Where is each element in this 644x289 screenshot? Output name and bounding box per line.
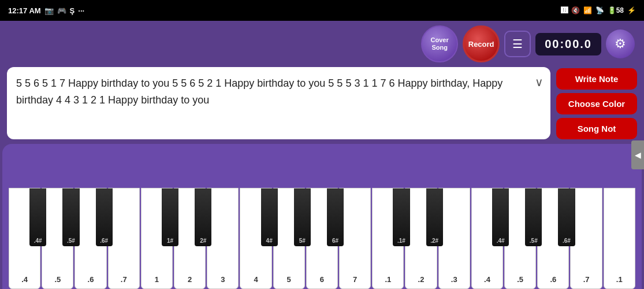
white-key-label: 2 bbox=[188, 275, 192, 284]
side-arrow-button[interactable]: ◀ bbox=[631, 140, 644, 169]
black-key-.5#[interactable]: .5# bbox=[62, 188, 79, 246]
list-button[interactable]: ☰ bbox=[504, 31, 531, 57]
white-key-5[interactable]: 5 5# bbox=[273, 188, 305, 289]
record-button[interactable]: Record bbox=[463, 25, 500, 62]
white-key-label: .4 bbox=[21, 275, 28, 284]
keys-container: .4 .4# .5 .5# .6 .6# .7 1 bbox=[8, 150, 636, 289]
n-icon: 🅽 bbox=[561, 6, 568, 14]
white-key-label: .1 bbox=[616, 275, 623, 284]
white-key-label: .5 bbox=[517, 275, 523, 284]
black-key-2#[interactable]: 2# bbox=[195, 188, 211, 246]
white-key-.4[interactable]: .4 .4# bbox=[9, 188, 40, 289]
black-key-.5b#[interactable]: .5# bbox=[525, 188, 542, 246]
white-key-label: .7 bbox=[121, 275, 127, 284]
black-key-.4b#[interactable]: .4# bbox=[492, 188, 509, 246]
white-key-label: 5 bbox=[287, 275, 291, 284]
cover-song-button[interactable]: Cover Song bbox=[421, 25, 458, 62]
chevron-down-button[interactable]: ∨ bbox=[535, 73, 544, 91]
piano-keyboard: .4 .4# .5 .5# .6 .6# .7 1 bbox=[2, 144, 642, 289]
black-key-.1#[interactable]: .1# bbox=[393, 188, 410, 246]
black-key-6#[interactable]: 6# bbox=[327, 188, 344, 246]
battery-icon: 🔋58 bbox=[608, 6, 624, 14]
black-key-1#[interactable]: 1# bbox=[162, 188, 178, 246]
white-key-.6b[interactable]: .6 .6# bbox=[537, 188, 569, 289]
white-key-label: .5 bbox=[54, 275, 61, 284]
content-row: 5 5 6 5 1 7 Happy birthday to you 5 5 6 … bbox=[0, 67, 644, 144]
black-key-.4#[interactable]: .4# bbox=[29, 188, 46, 246]
record-label: Record bbox=[468, 40, 494, 49]
timer-display: 00:00.0 bbox=[535, 33, 601, 55]
white-key-.7b[interactable]: .7 bbox=[570, 188, 602, 289]
gear-icon: ⚙ bbox=[615, 36, 626, 51]
white-key-label: 4 bbox=[254, 275, 258, 284]
white-keys-row: .4 .4# .5 .5# .6 .6# .7 1 bbox=[8, 188, 636, 289]
timer-value: 00:00.0 bbox=[545, 38, 592, 50]
white-key-.2[interactable]: .2 .2# bbox=[405, 188, 437, 289]
white-key-label: 1 bbox=[155, 275, 159, 284]
status-bar: 12:17 AM 📷 🎮 Ş ··· 🅽 🔇 📶 📡 🔋58 ⚡ bbox=[0, 0, 644, 21]
white-key-label: .4 bbox=[484, 275, 490, 284]
write-note-button[interactable]: Write Note bbox=[556, 68, 637, 90]
white-key-label: 6 bbox=[320, 275, 324, 284]
white-key-6[interactable]: 6 6# bbox=[306, 188, 338, 289]
main-area: ◀ ⬤ Cover Song Record ☰ 00:00.0 ⚙ 5 5 6 … bbox=[0, 21, 644, 289]
right-buttons: Write Note Choose Color Song Not bbox=[556, 67, 637, 139]
white-key-label: .7 bbox=[583, 275, 590, 284]
white-key-7[interactable]: 7 bbox=[339, 188, 371, 289]
white-key-label: 7 bbox=[353, 275, 357, 284]
camera-icon: 📷 bbox=[44, 6, 54, 15]
white-key-.5b[interactable]: .5 .5# bbox=[504, 188, 536, 289]
black-key-4#[interactable]: 4# bbox=[261, 188, 278, 246]
white-key-.4b[interactable]: .4 .4# bbox=[471, 188, 503, 289]
white-key-label: 3 bbox=[221, 275, 225, 284]
white-key-2[interactable]: 2 2# bbox=[174, 188, 206, 289]
white-key-label: .3 bbox=[451, 275, 457, 284]
gear-button[interactable]: ⚙ bbox=[606, 29, 635, 58]
black-key-.6#[interactable]: .6# bbox=[96, 188, 113, 246]
mute-icon: 🔇 bbox=[571, 6, 580, 14]
white-key-label: .6 bbox=[88, 275, 94, 284]
black-key-.2#[interactable]: .2# bbox=[426, 188, 443, 246]
wifi-icon: 📡 bbox=[595, 6, 604, 14]
white-key-.1b[interactable]: .1 bbox=[604, 188, 635, 289]
status-left: 12:17 AM 📷 🎮 Ş ··· bbox=[8, 6, 84, 15]
white-key-.6[interactable]: .6 .6# bbox=[75, 188, 106, 289]
note-display: 5 5 6 5 1 7 Happy birthday to you 5 5 6 … bbox=[7, 67, 550, 139]
note-text: 5 5 6 5 1 7 Happy birthday to you 5 5 6 … bbox=[16, 77, 502, 106]
gamepad-icon: 🎮 bbox=[57, 6, 66, 15]
network-icon: 📶 bbox=[583, 6, 592, 14]
charge-icon: ⚡ bbox=[627, 6, 636, 14]
white-key-.3[interactable]: .3 bbox=[438, 188, 470, 289]
status-right: 🅽 🔇 📶 📡 🔋58 ⚡ bbox=[561, 6, 636, 14]
white-key-.5[interactable]: .5 .5# bbox=[42, 188, 73, 289]
white-key-1[interactable]: 1 1# bbox=[141, 188, 173, 289]
white-key-3[interactable]: 3 bbox=[207, 188, 239, 289]
toolbar: Cover Song Record ☰ 00:00.0 ⚙ bbox=[0, 21, 644, 67]
time-display: 12:17 AM bbox=[8, 6, 41, 15]
white-key-4[interactable]: 4 4# bbox=[240, 188, 271, 289]
signal-icon: Ş bbox=[70, 6, 75, 15]
white-key-.7[interactable]: .7 bbox=[108, 188, 140, 289]
song-not-button[interactable]: Song Not bbox=[556, 118, 637, 139]
white-key-.1[interactable]: .1 .1# bbox=[372, 188, 404, 289]
list-icon: ☰ bbox=[512, 37, 523, 51]
dots-icon: ··· bbox=[78, 6, 84, 15]
cover-song-label: Cover Song bbox=[422, 36, 457, 51]
choose-color-button[interactable]: Choose Color bbox=[556, 93, 637, 114]
white-key-label: .6 bbox=[550, 275, 556, 284]
white-key-label: .1 bbox=[385, 275, 391, 284]
piano-wrapper: .4 .4# .5 .5# .6 .6# .7 1 bbox=[2, 144, 642, 289]
white-key-label: .2 bbox=[418, 275, 425, 284]
black-key-.6b#[interactable]: .6# bbox=[558, 188, 575, 246]
black-key-5#[interactable]: 5# bbox=[294, 188, 311, 246]
